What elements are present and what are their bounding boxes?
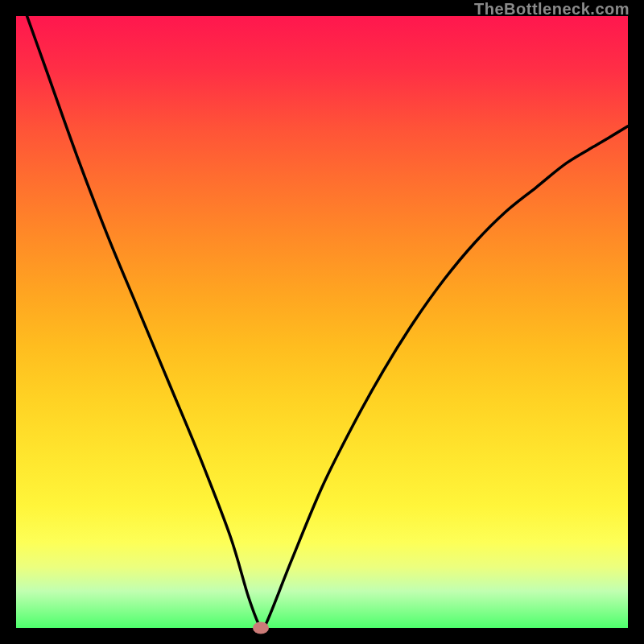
curve-svg: [16, 16, 628, 628]
optimum-marker: [253, 622, 269, 634]
chart-stage: TheBottleneck.com: [0, 0, 644, 644]
bottleneck-curve: [16, 16, 628, 628]
plot-area: [16, 16, 628, 628]
